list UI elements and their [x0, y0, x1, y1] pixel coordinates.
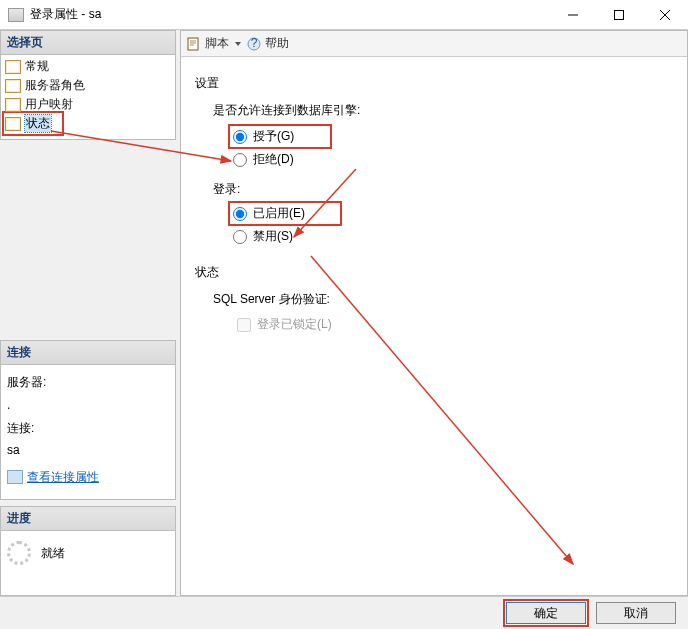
- grant-label: 授予(G): [253, 128, 294, 145]
- disabled-radio-input[interactable]: [233, 230, 247, 244]
- login-section-label: 登录:: [213, 181, 673, 198]
- properties-icon: [7, 470, 23, 484]
- help-label: 帮助: [265, 35, 289, 52]
- login-locked-label: 登录已锁定(L): [257, 316, 332, 333]
- sidebar-item-general[interactable]: 常规: [5, 57, 171, 76]
- sidebar-item-label: 用户映射: [25, 96, 73, 113]
- svg-text:?: ?: [251, 37, 258, 50]
- progress-header: 进度: [0, 506, 176, 531]
- sidebar-item-label: 状态: [25, 115, 51, 132]
- maximize-button[interactable]: [596, 0, 642, 30]
- progress-section: 进度 就绪: [0, 506, 176, 596]
- sidebar-item-status[interactable]: 状态: [5, 114, 61, 133]
- disabled-radio[interactable]: 禁用(S): [231, 227, 673, 246]
- sidebar-item-user-mapping[interactable]: 用户映射: [5, 95, 171, 114]
- progress-spinner-icon: [7, 541, 31, 565]
- settings-title: 设置: [195, 75, 673, 92]
- help-icon: ?: [247, 37, 261, 51]
- server-value: .: [7, 394, 169, 417]
- chevron-down-icon: [235, 42, 241, 46]
- script-icon: [187, 37, 201, 51]
- view-connection-properties[interactable]: 查看连接属性: [7, 466, 169, 489]
- conn-value: sa: [7, 439, 169, 462]
- ok-label: 确定: [534, 605, 558, 622]
- connection-header: 连接: [0, 340, 176, 365]
- deny-label: 拒绝(D): [253, 151, 294, 168]
- disabled-label: 禁用(S): [253, 228, 293, 245]
- login-locked-input: [237, 318, 251, 332]
- settings-body: 设置 是否允许连接到数据库引擎: 授予(G) 拒绝(D) 登录:: [181, 57, 687, 347]
- svg-rect-4: [188, 38, 198, 50]
- permit-connect-label: 是否允许连接到数据库引擎:: [213, 102, 673, 119]
- cancel-label: 取消: [624, 605, 648, 622]
- client-area: 选择页 常规 服务器角色 用户映射 状态 连接 服务器: . 连接: sa 查看…: [0, 30, 688, 596]
- page-icon: [5, 98, 21, 112]
- dialog-footer: 确定 取消: [0, 596, 688, 629]
- sidebar-item-label: 常规: [25, 58, 49, 75]
- page-icon: [5, 60, 21, 74]
- title-bar: 登录属性 - sa: [0, 0, 688, 30]
- select-page-header: 选择页: [0, 30, 176, 55]
- window-title: 登录属性 - sa: [30, 6, 550, 23]
- content-pane: 脚本 ? 帮助 设置 是否允许连接到数据库引擎: 授予(G): [180, 30, 688, 596]
- page-nav: 常规 服务器角色 用户映射 状态: [0, 55, 176, 140]
- status-title: 状态: [195, 264, 673, 281]
- close-button[interactable]: [642, 0, 688, 30]
- server-label: 服务器:: [7, 371, 169, 394]
- login-locked-checkbox: 登录已锁定(L): [237, 316, 673, 333]
- sidebar: 选择页 常规 服务器角色 用户映射 状态 连接 服务器: . 连接: sa 查看…: [0, 30, 176, 596]
- connection-section: 连接 服务器: . 连接: sa 查看连接属性: [0, 340, 176, 500]
- view-connection-link-text: 查看连接属性: [27, 470, 99, 484]
- sidebar-item-server-roles[interactable]: 服务器角色: [5, 76, 171, 95]
- script-label: 脚本: [205, 35, 229, 52]
- help-button[interactable]: ? 帮助: [247, 35, 289, 52]
- page-icon: [5, 79, 21, 93]
- progress-status: 就绪: [41, 545, 65, 562]
- progress-body: 就绪: [0, 531, 176, 596]
- grant-radio-input[interactable]: [233, 130, 247, 144]
- connection-body: 服务器: . 连接: sa 查看连接属性: [0, 365, 176, 500]
- deny-radio[interactable]: 拒绝(D): [231, 150, 673, 169]
- sqlauth-label: SQL Server 身份验证:: [213, 291, 673, 308]
- minimize-button[interactable]: [550, 0, 596, 30]
- enabled-label: 已启用(E): [253, 205, 305, 222]
- enabled-radio[interactable]: 已启用(E): [231, 204, 339, 223]
- deny-radio-input[interactable]: [233, 153, 247, 167]
- cancel-button[interactable]: 取消: [596, 602, 676, 624]
- conn-label: 连接:: [7, 417, 169, 440]
- toolbar: 脚本 ? 帮助: [181, 31, 687, 57]
- svg-rect-1: [615, 10, 624, 19]
- script-button[interactable]: 脚本: [187, 35, 241, 52]
- page-icon: [5, 117, 21, 131]
- sidebar-item-label: 服务器角色: [25, 77, 85, 94]
- ok-button[interactable]: 确定: [506, 602, 586, 624]
- enabled-radio-input[interactable]: [233, 207, 247, 221]
- grant-radio[interactable]: 授予(G): [231, 127, 329, 146]
- app-icon: [8, 8, 24, 22]
